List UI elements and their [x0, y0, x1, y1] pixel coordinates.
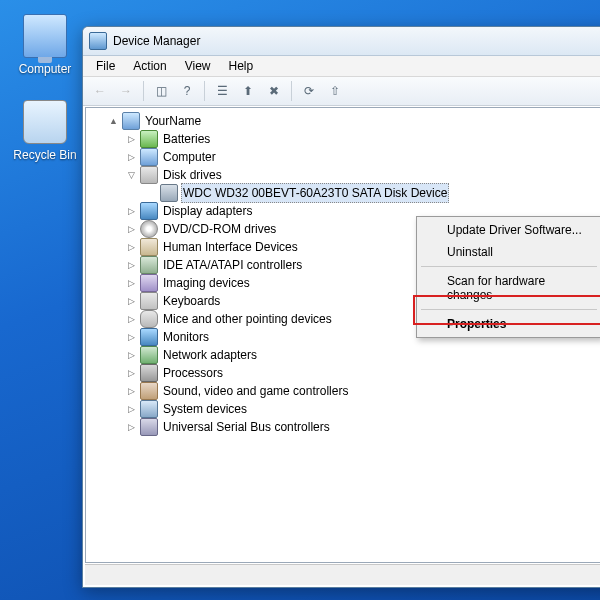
tree-node-label: Computer	[161, 148, 218, 166]
menu-help[interactable]: Help	[220, 57, 263, 75]
disp-icon	[140, 202, 158, 220]
expander-icon[interactable]: ▷	[126, 332, 137, 343]
context-menu-separator	[421, 266, 597, 267]
tree-node-label: Disk drives	[161, 166, 224, 184]
ide-icon	[140, 256, 158, 274]
toolbar-separator	[143, 81, 144, 101]
expander-icon[interactable]: ▷	[126, 368, 137, 379]
tree-node-label: Sound, video and game controllers	[161, 382, 350, 400]
menu-file[interactable]: File	[87, 57, 124, 75]
update-driver-button[interactable]: ⬆	[237, 80, 259, 102]
expander-icon[interactable]: ▷	[126, 134, 137, 145]
tree-leaf-hdd[interactable]: WDC WD32 00BEVT-60A23T0 SATA Disk Device	[92, 184, 600, 202]
expander-icon[interactable]: ▷	[126, 386, 137, 397]
uninstall-button[interactable]: ✖	[263, 80, 285, 102]
desktop-icon-recycle-bin[interactable]: Recycle Bin	[10, 100, 80, 162]
tree-node-label: Universal Serial Bus controllers	[161, 418, 332, 436]
context-menu-item[interactable]: Uninstall	[419, 241, 599, 263]
tree-node-snd[interactable]: ▷Sound, video and game controllers	[92, 382, 600, 400]
expander-icon[interactable]: ▷	[126, 422, 137, 433]
toolbar-separator	[291, 81, 292, 101]
menubar: File Action View Help	[83, 56, 600, 77]
tree-node-label: Human Interface Devices	[161, 238, 300, 256]
mouse-icon	[140, 310, 158, 328]
pc-icon	[140, 148, 158, 166]
expander-icon[interactable]: ▷	[126, 260, 137, 271]
scan-hardware-button[interactable]: ⟳	[298, 80, 320, 102]
desktop: Computer Recycle Bin Device Manager File…	[0, 0, 600, 600]
expander-icon[interactable]: ▲	[108, 116, 119, 127]
tree-node-label: Processors	[161, 364, 225, 382]
tree-node-label: System devices	[161, 400, 249, 418]
disp-icon	[140, 328, 158, 346]
expander-icon[interactable]: ▷	[126, 314, 137, 325]
net-icon	[140, 346, 158, 364]
menu-view[interactable]: View	[176, 57, 220, 75]
forward-button[interactable]: →	[115, 80, 137, 102]
context-menu-item[interactable]: Scan for hardware changes	[419, 270, 599, 306]
statusbar	[85, 564, 600, 585]
context-menu-item[interactable]: Update Driver Software...	[419, 219, 599, 241]
computer-icon	[122, 112, 140, 130]
computer-icon	[23, 14, 67, 58]
tree-node-label: WDC WD32 00BEVT-60A23T0 SATA Disk Device	[181, 183, 449, 203]
desktop-icon-computer[interactable]: Computer	[10, 14, 80, 76]
recycle-bin-icon	[23, 100, 67, 144]
tree-node-label: Monitors	[161, 328, 211, 346]
cpu-icon	[140, 364, 158, 382]
tree-root[interactable]: ▲YourName	[92, 112, 600, 130]
expander-icon[interactable]: ▷	[126, 404, 137, 415]
properties-button[interactable]: ☰	[211, 80, 233, 102]
tree-node-label: DVD/CD-ROM drives	[161, 220, 278, 238]
tree-node-label: Imaging devices	[161, 274, 252, 292]
tree-node-disk[interactable]: ▽Disk drives	[92, 166, 600, 184]
tree-node-label: Display adapters	[161, 202, 254, 220]
usb-icon	[140, 418, 158, 436]
tree-node-label: Keyboards	[161, 292, 222, 310]
desktop-icon-label: Recycle Bin	[10, 148, 80, 162]
expander-icon[interactable]: ▷	[126, 296, 137, 307]
tree-node-label: IDE ATA/ATAPI controllers	[161, 256, 304, 274]
expander-icon[interactable]: ▷	[126, 152, 137, 163]
tree-node-cpu[interactable]: ▷Processors	[92, 364, 600, 382]
show-hidden-button[interactable]: ◫	[150, 80, 172, 102]
expander-icon[interactable]: ▷	[126, 242, 137, 253]
hdd-icon	[160, 184, 178, 202]
tree-node-net[interactable]: ▷Network adapters	[92, 346, 600, 364]
context-menu-item[interactable]: Properties	[419, 313, 599, 335]
tree-node-batt[interactable]: ▷Batteries	[92, 130, 600, 148]
back-button[interactable]: ←	[89, 80, 111, 102]
menu-action[interactable]: Action	[124, 57, 175, 75]
tree-node-label: Network adapters	[161, 346, 259, 364]
snd-icon	[140, 382, 158, 400]
context-menu-separator	[421, 309, 597, 310]
expander-placeholder	[146, 188, 157, 199]
expander-icon[interactable]: ▷	[126, 224, 137, 235]
toolbar-separator	[204, 81, 205, 101]
tree-node-label: YourName	[143, 112, 203, 130]
img-icon	[140, 274, 158, 292]
batt-icon	[140, 130, 158, 148]
context-menu: Update Driver Software...UninstallScan f…	[416, 216, 600, 338]
expander-icon[interactable]: ▷	[126, 350, 137, 361]
kbd-icon	[140, 292, 158, 310]
devmgr-icon	[89, 32, 107, 50]
disk-icon	[140, 166, 158, 184]
up-button[interactable]: ⇧	[324, 80, 346, 102]
window-title: Device Manager	[113, 34, 200, 48]
hid-icon	[140, 238, 158, 256]
tree-node-pc[interactable]: ▷Computer	[92, 148, 600, 166]
titlebar[interactable]: Device Manager	[83, 27, 600, 56]
tree-node-label: Mice and other pointing devices	[161, 310, 334, 328]
toolbar: ← → ◫ ? ☰ ⬆ ✖ ⟳ ⇧	[83, 77, 600, 106]
expander-icon[interactable]: ▷	[126, 206, 137, 217]
help-button[interactable]: ?	[176, 80, 198, 102]
desktop-icon-label: Computer	[10, 62, 80, 76]
dvd-icon	[140, 220, 158, 238]
tree-node-sys[interactable]: ▷System devices	[92, 400, 600, 418]
expander-icon[interactable]: ▷	[126, 278, 137, 289]
sys-icon	[140, 400, 158, 418]
tree-node-usb[interactable]: ▷Universal Serial Bus controllers	[92, 418, 600, 436]
tree-node-label: Batteries	[161, 130, 212, 148]
expander-icon[interactable]: ▽	[126, 170, 137, 181]
